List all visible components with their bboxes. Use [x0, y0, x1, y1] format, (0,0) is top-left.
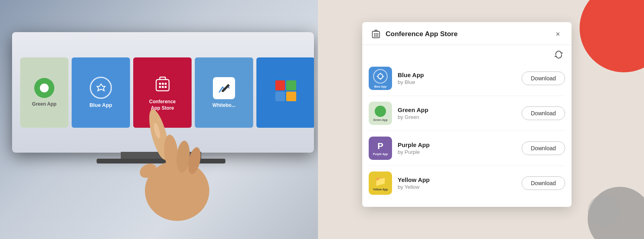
blue-app-info: Blue App by Blue — [398, 71, 516, 85]
svg-rect-15 — [374, 33, 375, 35]
refresh-button[interactable] — [552, 48, 565, 61]
blue-app-by: by Blue — [398, 79, 516, 85]
app-store-dialog: Conference App Store × — [362, 22, 572, 207]
svg-point-21 — [378, 74, 383, 79]
app-row-purple: P Purple App Purple App by Purple Downlo… — [369, 131, 565, 166]
green-app-info: Green App by Green — [398, 106, 516, 120]
app-row-blue: Blue App Blue App by Blue Download — [369, 61, 565, 96]
green-app-by: by Green — [398, 114, 516, 120]
app-icon-purple: P Purple App — [369, 137, 392, 160]
blue-app-download-button[interactable]: Download — [522, 71, 565, 85]
yellow-app-by: by Yellow — [398, 184, 516, 190]
svg-rect-19 — [376, 35, 377, 37]
purple-app-name: Purple App — [398, 141, 516, 148]
dialog-title: Conference App Store — [386, 30, 458, 38]
svg-rect-17 — [377, 33, 378, 35]
svg-rect-16 — [376, 33, 377, 35]
purple-app-icon-p: P — [378, 141, 384, 151]
app-icon-blue: Blue App — [369, 67, 392, 90]
green-tile-label: Green App — [32, 101, 57, 107]
yellow-app-icon-label: Yellow App — [373, 188, 388, 191]
app-tile-green: Green App — [20, 57, 68, 128]
yellow-app-info: Yellow App by Yellow — [398, 176, 516, 190]
deco-gray-circle-small — [588, 195, 620, 227]
app-list: Blue App Blue App by Blue Download Green… — [362, 61, 572, 207]
left-panel: Green App Blue App — [0, 0, 318, 239]
blue-app-name: Blue App — [398, 71, 516, 78]
right-panel: Conference App Store × — [318, 0, 644, 239]
green-app-name: Green App — [398, 106, 516, 113]
app-tile-multi — [256, 57, 314, 128]
green-app-icon-label: Green App — [373, 118, 388, 121]
purple-app-by: by Purple — [398, 149, 516, 155]
deco-red-circle — [580, 0, 644, 72]
hand-overlay — [113, 82, 242, 223]
app-row-yellow: 📁 Yellow App Yellow App by Yellow Downlo… — [369, 166, 565, 200]
yellow-app-name: Yellow App — [398, 176, 516, 183]
blue-app-icon-label: Blue App — [374, 85, 386, 88]
svg-rect-18 — [374, 35, 375, 37]
app-icon-yellow: 📁 Yellow App — [369, 172, 392, 195]
blue-tile-icon — [90, 77, 112, 99]
app-icon-green: Green App — [369, 102, 392, 125]
green-app-download-button[interactable]: Download — [522, 106, 565, 120]
purple-app-icon-label: Purple App — [373, 153, 388, 155]
store-icon — [370, 29, 382, 40]
svg-rect-20 — [377, 35, 378, 37]
purple-app-info: Purple App by Purple — [398, 141, 516, 155]
blue-tile-label: Blue App — [89, 102, 112, 108]
yellow-app-download-button[interactable]: Download — [522, 176, 565, 190]
dialog-title-group: Conference App Store — [370, 29, 458, 40]
yellow-folder-icon: 📁 — [374, 176, 386, 187]
app-row-green: Green App Green App by Green Download — [369, 96, 565, 131]
dialog-header: Conference App Store × — [362, 22, 572, 45]
green-tile-icon — [34, 78, 54, 98]
close-button[interactable]: × — [552, 29, 564, 40]
purple-app-download-button[interactable]: Download — [522, 141, 565, 155]
green-dot — [375, 106, 386, 117]
